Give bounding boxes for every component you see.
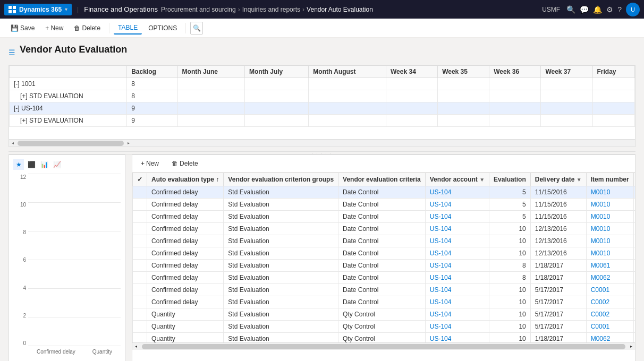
vendor-link[interactable]: US-104	[430, 323, 452, 330]
col-criterion-groups[interactable]: Vendor evaluation criterion groups	[224, 173, 338, 186]
item-link[interactable]: M0010	[591, 188, 611, 196]
cell-item-number[interactable]: M0062	[586, 272, 633, 284]
cell-vendor[interactable]: US-104	[425, 284, 489, 296]
check-cell[interactable]	[133, 211, 147, 223]
cell-vendor[interactable]: US-104	[425, 211, 489, 223]
user-avatar[interactable]: U	[626, 3, 640, 16]
cell-purchase-order[interactable]: 000026	[633, 333, 635, 343]
breadcrumb-procurement[interactable]: Procurement and sourcing	[161, 6, 236, 13]
cell-purchase-order[interactable]: 000017	[633, 223, 635, 235]
cell-vendor[interactable]: US-104	[425, 247, 489, 260]
cell-purchase-order[interactable]: 00000075	[633, 284, 635, 296]
cell-purchase-order[interactable]: 000026	[633, 260, 635, 272]
search-icon[interactable]: 🔍	[566, 5, 575, 14]
detail-table-row[interactable]: Confirmed delay Std Evaluation Date Cont…	[133, 211, 635, 223]
cell-item-number[interactable]: C0001	[586, 284, 633, 296]
check-cell[interactable]	[133, 260, 147, 272]
horizontal-scrollbar[interactable]	[18, 141, 124, 146]
table-row[interactable]: [+] STD EVALUATION 9	[10, 115, 635, 127]
col-vendor-account[interactable]: Vendor account ▼	[425, 173, 489, 186]
detail-scroll-right[interactable]: ▸	[628, 343, 635, 350]
chart-table-icon[interactable]: ⬛	[26, 159, 37, 170]
cell-item-number[interactable]: C0001	[586, 321, 633, 333]
chart-star-icon[interactable]: ★	[13, 159, 24, 170]
cell-purchase-order[interactable]: 000026	[633, 272, 635, 284]
detail-new-button[interactable]: + New	[137, 158, 163, 169]
col-month-august[interactable]: Month August	[309, 66, 386, 78]
cell-purchase-order[interactable]: 000011	[633, 199, 635, 211]
col-check[interactable]: ✓	[133, 173, 147, 186]
detail-table-row[interactable]: Confirmed delay Std Evaluation Date Cont…	[133, 260, 635, 272]
item-link[interactable]: C0001	[591, 286, 609, 294]
detail-table-row[interactable]: Confirmed delay Std Evaluation Date Cont…	[133, 272, 635, 284]
check-cell[interactable]	[133, 296, 147, 308]
check-cell[interactable]	[133, 223, 147, 235]
vendor-link[interactable]: US-104	[430, 201, 452, 208]
col-criteria[interactable]: Vendor evaluation criteria	[338, 173, 426, 186]
notification-icon[interactable]: 🔔	[593, 5, 602, 14]
col-week36[interactable]: Week 36	[489, 66, 541, 78]
cell-item-number[interactable]: M0010	[586, 247, 633, 260]
item-link[interactable]: C0002	[591, 298, 609, 306]
help-icon[interactable]: ?	[617, 5, 622, 14]
cell-vendor[interactable]: US-104	[425, 272, 489, 284]
detail-scroll-left[interactable]: ◂	[132, 343, 140, 350]
detail-table-row[interactable]: Confirmed delay Std Evaluation Date Cont…	[133, 186, 635, 199]
cell-purchase-order[interactable]: 000017	[633, 235, 635, 247]
vendor-link[interactable]: US-104	[430, 335, 452, 342]
item-link[interactable]: M0010	[591, 237, 611, 245]
cell-purchase-order[interactable]: 000017	[633, 247, 635, 260]
cell-item-number[interactable]: M0062	[586, 333, 633, 343]
table-tab[interactable]: TABLE	[114, 22, 142, 35]
detail-table-row[interactable]: Quantity Std Evaluation Qty Control US-1…	[133, 333, 635, 343]
col-purchase-order[interactable]: Purchase order	[633, 173, 635, 186]
col-auto-eval-type[interactable]: Auto evaluation type ↑	[147, 173, 224, 186]
cell-item-number[interactable]: M0010	[586, 235, 633, 247]
item-link[interactable]: M0010	[591, 250, 611, 257]
check-cell[interactable]	[133, 321, 147, 333]
detail-table-row[interactable]: Confirmed delay Std Evaluation Date Cont…	[133, 223, 635, 235]
check-cell[interactable]	[133, 235, 147, 247]
cell-vendor[interactable]: US-104	[425, 333, 489, 343]
col-week37[interactable]: Week 37	[541, 66, 592, 78]
save-button[interactable]: 💾 Save	[6, 22, 39, 34]
vendor-link[interactable]: US-104	[430, 298, 452, 306]
check-cell[interactable]	[133, 186, 147, 199]
detail-table-row[interactable]: Quantity Std Evaluation Qty Control US-1…	[133, 321, 635, 333]
vendor-link[interactable]: US-104	[430, 286, 452, 294]
check-cell[interactable]	[133, 333, 147, 343]
vendor-link[interactable]: US-104	[430, 250, 452, 257]
detail-grid-scroll[interactable]: ✓ Auto evaluation type ↑ Vendor evaluati…	[132, 173, 635, 342]
filter-panel-icon[interactable]: ☰	[9, 48, 15, 57]
vendor-link[interactable]: US-104	[430, 188, 452, 196]
settings-icon[interactable]: ⚙	[606, 5, 613, 14]
cell-vendor[interactable]: US-104	[425, 308, 489, 321]
cell-item-number[interactable]: M0010	[586, 186, 633, 199]
check-cell[interactable]	[133, 247, 147, 260]
new-button[interactable]: + New	[41, 22, 67, 34]
delete-button[interactable]: 🗑 Delete	[70, 22, 105, 34]
cell-item-number[interactable]: M0010	[586, 199, 633, 211]
table-row[interactable]: [+] STD EVALUATION 8	[10, 90, 635, 102]
cell-purchase-order[interactable]: 000011	[633, 211, 635, 223]
item-link[interactable]: C0001	[591, 323, 609, 330]
cell-vendor[interactable]: US-104	[425, 260, 489, 272]
check-cell[interactable]	[133, 284, 147, 296]
vendor-link[interactable]: US-104	[430, 262, 452, 269]
chat-icon[interactable]: 💬	[580, 5, 589, 14]
cell-purchase-order[interactable]: 00000075	[633, 308, 635, 321]
cell-item-number[interactable]: C0002	[586, 296, 633, 308]
cell-vendor[interactable]: US-104	[425, 223, 489, 235]
cell-item-number[interactable]: M0010	[586, 223, 633, 235]
check-cell[interactable]	[133, 272, 147, 284]
cell-purchase-order[interactable]: 00000075	[633, 296, 635, 308]
chart-bar-icon[interactable]: 📊	[39, 159, 49, 170]
scroll-left-button[interactable]: ◂	[9, 140, 16, 147]
toolbar-search-button[interactable]: 🔍	[190, 22, 203, 35]
item-link[interactable]: M0062	[591, 274, 611, 281]
col-month-july[interactable]: Month July	[244, 66, 308, 78]
vendor-link[interactable]: US-104	[430, 225, 452, 233]
detail-table-row[interactable]: Confirmed delay Std Evaluation Date Cont…	[133, 235, 635, 247]
table-row[interactable]: [-] US-104 9	[10, 102, 635, 115]
detail-table-row[interactable]: Quantity Std Evaluation Qty Control US-1…	[133, 308, 635, 321]
